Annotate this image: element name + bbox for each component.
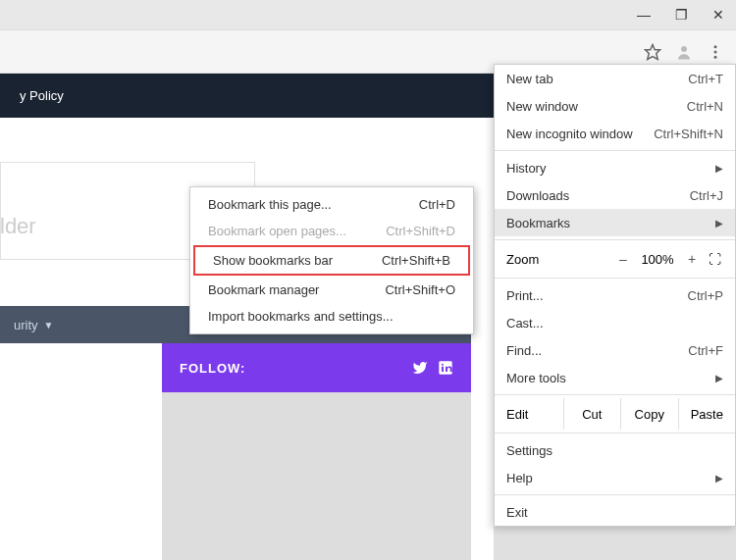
menu-icon[interactable]	[707, 43, 724, 61]
content-area	[162, 392, 471, 560]
submenu-bookmark-page[interactable]: Bookmark this page...Ctrl+D	[190, 191, 473, 218]
minimize-button[interactable]: —	[634, 5, 654, 25]
submenu-show-bookmarks-bar[interactable]: Show bookmarks barCtrl+Shift+B	[195, 247, 468, 274]
follow-bar: FOLLOW:	[162, 343, 471, 392]
submenu-bookmark-manager[interactable]: Bookmark managerCtrl+Shift+O	[190, 277, 473, 303]
svg-point-1	[681, 46, 687, 52]
menu-cast[interactable]: Cast...	[495, 309, 735, 336]
submenu-bookmark-open: Bookmark open pages...Ctrl+Shift+D	[190, 218, 473, 244]
placeholder-text: lder	[0, 214, 36, 239]
paste-button[interactable]: Paste	[678, 398, 736, 430]
menu-downloads[interactable]: DownloadsCtrl+J	[495, 181, 735, 209]
titlebar: —❐✕	[0, 0, 736, 30]
menu-zoom: Zoom–100%+⛶	[495, 243, 735, 275]
security-label: urity	[14, 318, 38, 332]
svg-point-3	[714, 50, 717, 53]
menu-incognito[interactable]: New incognito windowCtrl+Shift+N	[495, 120, 735, 147]
highlight-box: Show bookmarks barCtrl+Shift+B	[193, 245, 470, 276]
menu-history[interactable]: History▶	[495, 154, 735, 181]
twitter-icon[interactable]	[412, 360, 428, 376]
fullscreen-icon[interactable]: ⛶	[706, 252, 723, 267]
linkedin-icon[interactable]	[438, 360, 453, 376]
svg-rect-8	[442, 367, 444, 372]
menu-settings[interactable]: Settings	[495, 436, 735, 464]
profile-icon[interactable]	[675, 43, 693, 61]
zoom-label: Zoom	[506, 252, 609, 267]
submenu-import[interactable]: Import bookmarks and settings...	[190, 303, 473, 330]
close-button[interactable]: ✕	[709, 5, 728, 25]
chrome-menu: New tabCtrl+T New windowCtrl+N New incog…	[494, 64, 736, 527]
edit-label: Edit	[495, 398, 563, 430]
copy-button[interactable]: Copy	[620, 398, 678, 430]
menu-new-tab[interactable]: New tabCtrl+T	[495, 65, 735, 92]
maximize-button[interactable]: ❐	[671, 5, 691, 25]
svg-marker-0	[646, 44, 660, 59]
zoom-value: 100%	[637, 252, 678, 267]
bookmarks-submenu: Bookmark this page...Ctrl+D Bookmark ope…	[189, 186, 474, 334]
menu-edit-row: EditCutCopyPaste	[495, 398, 735, 430]
menu-more-tools[interactable]: More tools▶	[495, 364, 735, 391]
chevron-down-icon: ▼	[44, 320, 54, 331]
menu-print[interactable]: Print...Ctrl+P	[495, 281, 735, 309]
star-icon[interactable]	[644, 43, 661, 61]
svg-point-9	[442, 364, 444, 366]
zoom-in[interactable]: +	[678, 251, 706, 267]
cut-button[interactable]: Cut	[563, 398, 621, 430]
menu-bookmarks[interactable]: Bookmarks▶	[495, 209, 735, 236]
zoom-out[interactable]: –	[609, 251, 637, 267]
menu-exit[interactable]: Exit	[495, 498, 735, 526]
header-text: y Policy	[20, 88, 64, 103]
follow-label: FOLLOW:	[180, 361, 245, 376]
menu-new-window[interactable]: New windowCtrl+N	[495, 92, 735, 120]
svg-point-4	[714, 55, 717, 58]
menu-help[interactable]: Help▶	[495, 464, 735, 491]
svg-point-2	[714, 45, 717, 48]
menu-find[interactable]: Find...Ctrl+F	[495, 336, 735, 364]
